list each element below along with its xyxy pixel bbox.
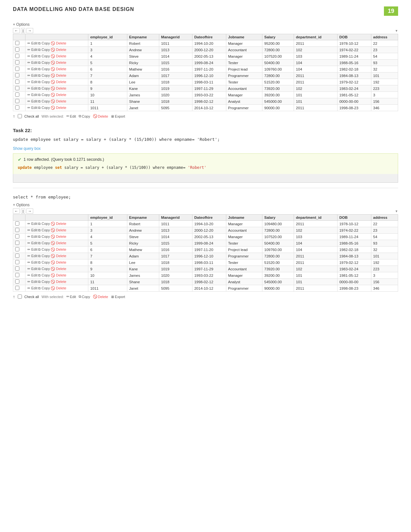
delete-btn[interactable]: 🚫 Delete (51, 267, 66, 271)
footer-copy-btn-1[interactable]: ⧉ Copy (79, 114, 90, 118)
edit-btn[interactable]: ✏ Edit (27, 93, 37, 97)
copy-btn[interactable]: ⧉ Copy (38, 260, 50, 265)
copy-btn[interactable]: ⧉ Copy (38, 93, 50, 97)
delete-btn[interactable]: 🚫 Delete (51, 86, 66, 91)
delete-btn[interactable]: 🚫 Delete (51, 41, 66, 45)
row-checkbox[interactable] (13, 47, 25, 53)
check-all-checkbox-2[interactable] (18, 295, 22, 299)
copy-btn[interactable]: ⧉ Copy (38, 106, 50, 110)
row-checkbox[interactable] (13, 73, 25, 79)
copy-btn[interactable]: ⧉ Copy (38, 241, 50, 245)
footer-delete-btn-1[interactable]: 🚫 Delete (93, 114, 108, 118)
footer-delete-btn-2[interactable]: 🚫 Delete (93, 295, 108, 299)
edit-btn[interactable]: ✏ Edit (27, 273, 37, 277)
copy-btn[interactable]: ⧉ Copy (38, 228, 50, 232)
col-managerid-2[interactable]: Managerid (159, 215, 192, 221)
delete-btn[interactable]: 🚫 Delete (51, 73, 66, 78)
edit-btn[interactable]: ✏ Edit (27, 86, 37, 91)
col-address-2[interactable]: address (371, 215, 398, 221)
row-checkbox[interactable] (13, 259, 25, 266)
row-checkbox[interactable] (13, 79, 25, 85)
row-checkbox[interactable] (13, 279, 25, 285)
copy-btn[interactable]: ⧉ Copy (38, 254, 50, 258)
edit-btn[interactable]: ✏ Edit (27, 106, 37, 110)
nav-forward-1[interactable]: → (26, 28, 33, 33)
edit-btn[interactable]: ✏ Edit (27, 99, 37, 103)
edit-btn[interactable]: ✏ Edit (27, 286, 37, 290)
col-jobname-2[interactable]: Jobname (226, 215, 262, 221)
delete-btn[interactable]: 🚫 Delete (51, 286, 66, 290)
row-checkbox[interactable] (13, 105, 25, 111)
col-dateofhire-1[interactable]: Dateofhire (192, 34, 226, 40)
footer-edit-btn-2[interactable]: ✏ Edit (66, 295, 76, 299)
edit-btn[interactable]: ✏ Edit (27, 61, 37, 65)
delete-btn[interactable]: 🚫 Delete (51, 247, 66, 252)
delete-btn[interactable]: 🚫 Delete (51, 260, 66, 265)
edit-btn[interactable]: ✏ Edit (27, 280, 37, 284)
row-checkbox[interactable] (13, 234, 25, 240)
delete-btn[interactable]: 🚫 Delete (51, 48, 66, 52)
copy-btn[interactable]: ⧉ Copy (38, 54, 50, 58)
copy-btn[interactable]: ⧉ Copy (38, 67, 50, 71)
show-query-link[interactable]: Show query box (13, 146, 41, 151)
options-bar-2[interactable]: + Options (13, 203, 398, 207)
row-checkbox[interactable] (13, 92, 25, 98)
delete-btn[interactable]: 🚫 Delete (51, 228, 66, 232)
row-checkbox[interactable] (13, 272, 25, 279)
edit-btn[interactable]: ✏ Edit (27, 254, 37, 258)
copy-btn[interactable]: ⧉ Copy (38, 80, 50, 84)
edit-btn[interactable]: ✏ Edit (27, 80, 37, 84)
row-checkbox[interactable] (13, 66, 25, 73)
delete-btn[interactable]: 🚫 Delete (51, 241, 66, 245)
footer-edit-btn-1[interactable]: ✏ Edit (66, 114, 76, 118)
col-jobname-1[interactable]: Jobname (226, 34, 262, 40)
row-checkbox[interactable] (13, 85, 25, 92)
row-checkbox[interactable] (13, 227, 25, 234)
delete-btn[interactable]: 🚫 Delete (51, 254, 66, 258)
col-dob-2[interactable]: DOB (337, 215, 371, 221)
row-checkbox[interactable] (13, 266, 25, 272)
copy-btn[interactable]: ⧉ Copy (38, 61, 50, 65)
delete-btn[interactable]: 🚫 Delete (51, 93, 66, 97)
nav-back-2[interactable]: ← (13, 208, 20, 214)
col-dob-1[interactable]: DOB (337, 34, 371, 40)
edit-btn[interactable]: ✏ Edit (27, 222, 37, 226)
footer-copy-btn-2[interactable]: ⧉ Copy (79, 295, 90, 299)
delete-btn[interactable]: 🚫 Delete (51, 273, 66, 277)
col-deptid-1[interactable]: department_id (294, 34, 338, 40)
copy-btn[interactable]: ⧉ Copy (38, 99, 50, 103)
delete-btn[interactable]: 🚫 Delete (51, 61, 66, 65)
col-empname-1[interactable]: Empname (127, 34, 159, 40)
edit-btn[interactable]: ✏ Edit (27, 241, 37, 245)
delete-btn[interactable]: 🚫 Delete (51, 67, 66, 71)
edit-btn[interactable]: ✏ Edit (27, 73, 37, 78)
row-checkbox[interactable] (13, 253, 25, 259)
col-managerid-1[interactable]: Managerid (159, 34, 192, 40)
edit-btn[interactable]: ✏ Edit (27, 267, 37, 271)
copy-btn[interactable]: ⧉ Copy (38, 86, 50, 91)
col-dateofhire-2[interactable]: Dateofhire (192, 215, 226, 221)
row-checkbox[interactable] (13, 240, 25, 247)
edit-btn[interactable]: ✏ Edit (27, 260, 37, 265)
delete-btn[interactable]: 🚫 Delete (51, 99, 66, 103)
footer-export-btn-1[interactable]: 🖥 Export (111, 114, 125, 118)
footer-export-btn-2[interactable]: 🖥 Export (111, 295, 125, 299)
copy-btn[interactable]: ⧉ Copy (38, 41, 50, 45)
col-employee-id-2[interactable]: employee_id (88, 215, 127, 221)
edit-btn[interactable]: ✏ Edit (27, 235, 37, 239)
check-all-checkbox-1[interactable] (18, 114, 22, 118)
col-salary-2[interactable]: Salary (262, 215, 294, 221)
col-salary-1[interactable]: Salary (262, 34, 294, 40)
edit-btn[interactable]: ✏ Edit (27, 41, 37, 45)
edit-btn[interactable]: ✏ Edit (27, 247, 37, 252)
row-checkbox[interactable] (13, 98, 25, 105)
edit-btn[interactable]: ✏ Edit (27, 67, 37, 71)
row-checkbox[interactable] (13, 53, 25, 60)
delete-btn[interactable]: 🚫 Delete (51, 280, 66, 284)
nav-back-1[interactable]: ← (13, 28, 20, 33)
delete-btn[interactable]: 🚫 Delete (51, 222, 66, 226)
copy-btn[interactable]: ⧉ Copy (38, 280, 50, 284)
copy-btn[interactable]: ⧉ Copy (38, 286, 50, 290)
col-deptid-2[interactable]: department_id (294, 215, 338, 221)
row-checkbox[interactable] (13, 247, 25, 253)
